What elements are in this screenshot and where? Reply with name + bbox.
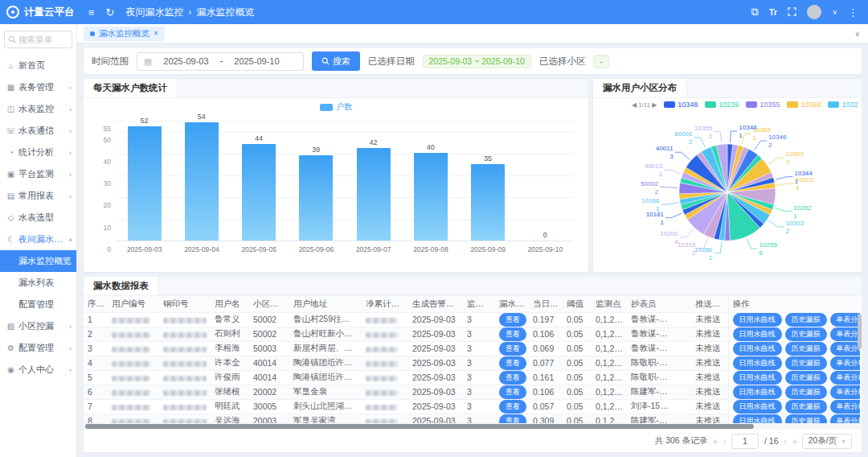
legend-prev-icon[interactable]: ◀ bbox=[632, 101, 637, 109]
translate-icon[interactable]: Tr bbox=[769, 7, 777, 17]
fullscreen-icon[interactable] bbox=[788, 6, 796, 19]
pie-chart-title[interactable]: 漏水用户小区分布 bbox=[593, 79, 687, 97]
end-date-input[interactable] bbox=[227, 56, 285, 66]
bar-chart-title[interactable]: 每天漏水户数统计 bbox=[84, 79, 178, 97]
pie-legend-item-10324[interactable]: 10324 bbox=[828, 101, 858, 109]
sidebar-item-profile[interactable]: ◉个人中心∨ bbox=[0, 359, 76, 381]
prev-page-icon[interactable]: ‹ bbox=[723, 437, 726, 446]
collapse-sidebar-icon[interactable]: ≡ bbox=[88, 6, 95, 19]
view-detail-button[interactable]: 查看 bbox=[499, 327, 526, 341]
sidebar-search[interactable] bbox=[4, 31, 72, 48]
tab-options-chevron-icon[interactable]: ∨ bbox=[854, 30, 860, 38]
next-page-icon[interactable]: › bbox=[784, 437, 787, 446]
sidebar-item-district-leak[interactable]: ▧小区控漏∨ bbox=[0, 315, 76, 337]
action-button-0[interactable]: 日用水曲线 bbox=[733, 356, 782, 370]
action-button-1[interactable]: 历史漏损 bbox=[785, 356, 827, 370]
action-button-2[interactable]: 单表分析 bbox=[830, 327, 861, 341]
bar-chart-legend[interactable]: 户数 bbox=[84, 98, 588, 116]
sidebar-item-leak-overview[interactable]: 漏水监控概览 bbox=[0, 250, 76, 272]
sidebar-item-leak-config[interactable]: 配置管理 bbox=[0, 294, 76, 315]
action-button-1[interactable]: 历史漏损 bbox=[785, 414, 827, 424]
action-button-1[interactable]: 历史漏损 bbox=[785, 342, 827, 356]
view-detail-button[interactable]: 查看 bbox=[499, 414, 526, 424]
table-horizontal-scrollbar[interactable] bbox=[84, 423, 862, 430]
sidebar-item-meter-selection[interactable]: ◇水表选型 bbox=[0, 207, 76, 228]
action-button-2[interactable]: 单表分析 bbox=[830, 414, 861, 424]
action-button-1[interactable]: 历史漏损 bbox=[785, 313, 827, 327]
action-button-2[interactable]: 单表分析 bbox=[830, 342, 861, 356]
bar-2025-09-05[interactable]: 44 2025-09-05 bbox=[231, 121, 288, 241]
table-row[interactable]: 1鲁常义50002鲁山村259往里面走很远2025-09-033查看0.1970… bbox=[84, 312, 860, 327]
chevron-down-icon[interactable]: ∨ bbox=[832, 8, 837, 16]
bar-2025-09-10[interactable]: 0 2025-09-10 bbox=[517, 121, 574, 241]
view-detail-button[interactable]: 查看 bbox=[499, 400, 526, 414]
tab-leak-overview[interactable]: 漏水监控概览 × bbox=[84, 27, 165, 41]
sidebar-item-config-mgmt[interactable]: ⚙配置管理∨ bbox=[0, 337, 76, 359]
table-row[interactable]: 4许本全40014陶港镇团坵许、塅坝组2025-09-033查看0.0770.0… bbox=[84, 356, 860, 370]
table-row[interactable]: 2石则利50002鲁山村旺新小区12，两层2025-09-033查看0.1060… bbox=[84, 327, 860, 341]
pie-legend-item-10348[interactable]: 10348 bbox=[664, 101, 698, 109]
action-button-2[interactable]: 单表分析 bbox=[830, 313, 861, 327]
sidebar-item-leak-list[interactable]: 漏水列表 bbox=[0, 272, 76, 294]
action-button-2[interactable]: 单表分析 bbox=[830, 371, 861, 385]
action-button-0[interactable]: 日用水曲线 bbox=[733, 414, 782, 424]
kebab-menu-icon[interactable]: ⋮ bbox=[848, 6, 858, 19]
sidebar-item-stats-analysis[interactable]: ◔统计分析∨ bbox=[0, 142, 76, 163]
view-detail-button[interactable]: 查看 bbox=[499, 385, 526, 399]
bar-2025-09-04[interactable]: 54 2025-09-04 bbox=[173, 121, 230, 241]
start-date-input[interactable] bbox=[157, 56, 215, 66]
action-button-0[interactable]: 日用水曲线 bbox=[733, 400, 782, 414]
action-button-1[interactable]: 历史漏损 bbox=[785, 371, 827, 385]
action-button-1[interactable]: 历史漏损 bbox=[785, 400, 827, 414]
legend-next-icon[interactable]: ▶ bbox=[652, 101, 657, 109]
view-detail-button[interactable]: 查看 bbox=[499, 371, 526, 385]
sidebar-item-meter-comm[interactable]: ☏水表通信∨ bbox=[0, 120, 76, 142]
sidebar-search-input[interactable] bbox=[18, 35, 68, 44]
action-button-1[interactable]: 历史漏损 bbox=[785, 327, 827, 341]
pie-legend-item-10239[interactable]: 10239 bbox=[705, 101, 739, 109]
page-number-input[interactable] bbox=[731, 434, 759, 449]
view-detail-button[interactable]: 查看 bbox=[499, 313, 526, 327]
table-title[interactable]: 漏水数据报表 bbox=[84, 277, 159, 295]
sidebar-item-night-leak-monitor[interactable]: ☾夜间漏水监控∧ bbox=[0, 228, 76, 250]
refresh-icon[interactable]: ↻ bbox=[106, 6, 115, 19]
bar-2025-09-07[interactable]: 42 2025-09-07 bbox=[345, 121, 402, 241]
view-detail-button[interactable]: 查看 bbox=[499, 342, 526, 356]
close-tab-icon[interactable]: × bbox=[154, 29, 158, 38]
action-button-0[interactable]: 日用水曲线 bbox=[733, 313, 782, 327]
user-avatar[interactable] bbox=[807, 5, 821, 19]
breadcrumb-parent[interactable]: 夜间漏水监控 bbox=[126, 6, 184, 19]
sidebar-item-meter-monitor[interactable]: ◫水表监控∨ bbox=[0, 98, 76, 120]
sidebar-item-common-reports[interactable]: ▤常用报表∨ bbox=[0, 185, 76, 207]
sidebar-item-platform-monitor[interactable]: ▣平台监测∨ bbox=[0, 163, 76, 185]
sidebar-item-home[interactable]: ⌂新首页 bbox=[0, 55, 76, 76]
pie-legend-item-10355[interactable]: 10355 bbox=[746, 101, 780, 109]
screenshot-icon[interactable]: ⧉ bbox=[751, 6, 759, 19]
bar-2025-09-03[interactable]: 52 2025-09-03 bbox=[116, 121, 173, 241]
action-button-0[interactable]: 日用水曲线 bbox=[733, 342, 782, 356]
view-detail-button[interactable]: 查看 bbox=[499, 356, 526, 370]
last-page-icon[interactable]: » bbox=[792, 437, 797, 446]
page-size-select[interactable]: 20条/页 ▼ bbox=[802, 434, 852, 449]
search-button[interactable]: 搜索 bbox=[312, 51, 360, 71]
action-button-2[interactable]: 单表分析 bbox=[830, 356, 861, 370]
action-button-0[interactable]: 日用水曲线 bbox=[733, 385, 782, 399]
action-button-1[interactable]: 历史漏损 bbox=[785, 385, 827, 399]
table-row[interactable]: 3李相海50003新屋村两层、玻璃栏杆2025-09-033查看0.0690.0… bbox=[84, 341, 860, 356]
table-row[interactable]: 6张绪根20002军垦金泉2025-09-033查看0.1060.050,1,2… bbox=[84, 385, 860, 399]
bar-2025-09-08[interactable]: 40 2025-09-08 bbox=[402, 121, 459, 241]
action-button-2[interactable]: 单表分析 bbox=[830, 385, 861, 399]
date-range-picker[interactable]: ▦ - bbox=[137, 52, 304, 71]
table-row[interactable]: 8吴远海20003军垦吴家湾2025-09-033查看0.3090.050,1,… bbox=[84, 414, 860, 423]
table-row[interactable]: 7明廷武30005刺头山北照湖良种场2025-09-033查看0.0570.05… bbox=[84, 399, 860, 414]
table-vertical-scrollbar[interactable] bbox=[858, 314, 862, 349]
bar-2025-09-09[interactable]: 35 2025-09-09 bbox=[460, 121, 517, 241]
sidebar-item-meter-mgmt[interactable]: ▦表务管理∨ bbox=[0, 76, 76, 98]
bar-2025-09-06[interactable]: 39 2025-09-06 bbox=[288, 121, 345, 241]
first-page-icon[interactable]: « bbox=[713, 437, 718, 446]
pie-legend-item-10368[interactable]: 10368 bbox=[787, 101, 821, 109]
action-button-2[interactable]: 单表分析 bbox=[830, 400, 861, 414]
action-button-0[interactable]: 日用水曲线 bbox=[733, 327, 782, 341]
action-button-0[interactable]: 日用水曲线 bbox=[733, 371, 782, 385]
table-row[interactable]: 5许俊雨40014陶港镇团坵许、塅坝组2025-09-033查看0.1610.0… bbox=[84, 370, 860, 385]
